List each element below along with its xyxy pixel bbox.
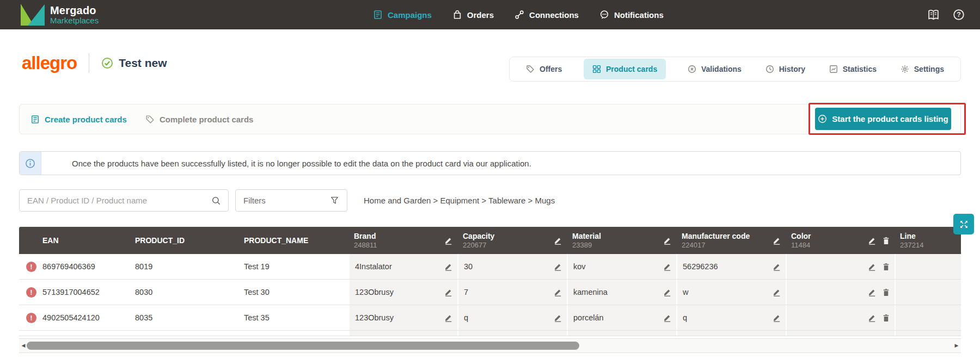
cell-value: 56296236	[683, 262, 718, 271]
nav-item-connections[interactable]: Connections	[514, 10, 579, 20]
edit-icon[interactable]	[663, 288, 672, 296]
edit-icon[interactable]	[444, 262, 453, 271]
header-attr-brand: Brand 248811	[348, 227, 457, 254]
cell-manufacturer-code: q	[676, 305, 786, 330]
horizontal-scrollbar[interactable]: ◀ ▶	[19, 338, 961, 353]
info-icon	[25, 158, 35, 169]
scroll-left-arrow-icon[interactable]: ◀	[20, 339, 27, 352]
attr-name: Brand	[354, 232, 377, 241]
mergado-logo-mark-icon	[21, 4, 45, 26]
edit-icon[interactable]	[663, 262, 672, 271]
edit-icon[interactable]	[868, 262, 877, 271]
trash-icon[interactable]	[882, 314, 890, 322]
edit-icon[interactable]	[773, 236, 781, 245]
tab-statistics[interactable]: Statistics	[827, 59, 879, 79]
table-row[interactable]: ! 4902505424120 8035 Test 35 123Obrusy q…	[19, 305, 961, 331]
edit-icon[interactable]	[554, 236, 562, 245]
complete-product-cards-link[interactable]: Complete product cards	[145, 115, 254, 124]
attr-label: Material 23389	[572, 232, 601, 250]
cell-value: 30	[464, 262, 473, 271]
search-box	[19, 189, 229, 212]
table-row[interactable]: ! 869769406369 8019 Test 19 4Instalator …	[19, 254, 961, 280]
tab-label: Validations	[701, 65, 742, 73]
tab-settings[interactable]: Settings	[898, 59, 946, 79]
chart-icon	[829, 65, 838, 73]
table-row-partial	[19, 331, 961, 336]
cell-ean: 4902505424120	[42, 305, 135, 330]
cell-product-name: Test 30	[244, 280, 348, 305]
tab-offers[interactable]: Offers	[524, 59, 564, 79]
tab-validations[interactable]: Validations	[685, 59, 744, 79]
campaign-tabs: Offers Product cards Validations History…	[509, 57, 961, 82]
header-attr-capacity: Capacity 220677	[457, 227, 567, 254]
edit-icon[interactable]	[554, 262, 562, 271]
edit-icon[interactable]	[663, 236, 672, 245]
cell-material: kov	[567, 254, 676, 279]
form-icon	[30, 115, 40, 124]
filters-dropdown[interactable]: Filters	[235, 189, 347, 212]
create-product-cards-label: Create product cards	[45, 115, 127, 124]
header-product-id: PRODUCT_ID	[135, 227, 244, 254]
edit-icon[interactable]	[773, 313, 781, 322]
app-screen: Mergado Marketplaces Campaigns Orders Co…	[0, 0, 980, 359]
info-banner-strip	[20, 152, 41, 175]
clock-icon	[765, 65, 774, 73]
grid-icon	[592, 65, 601, 73]
gear-icon	[901, 65, 909, 73]
orders-icon	[452, 10, 462, 20]
brand-subtitle: Marketplaces	[50, 16, 99, 25]
cell-value: kamenina	[573, 288, 608, 296]
edit-icon[interactable]	[444, 313, 453, 322]
search-input[interactable]	[20, 196, 211, 205]
edit-icon[interactable]	[663, 313, 672, 322]
edit-icon[interactable]	[554, 288, 562, 296]
edit-icon[interactable]	[444, 288, 453, 296]
error-status-icon[interactable]: !	[26, 262, 36, 272]
search-icon[interactable]	[211, 196, 221, 206]
expand-table-button[interactable]	[953, 214, 974, 234]
campaign-name: Test new	[119, 57, 167, 70]
edit-icon[interactable]	[773, 262, 781, 271]
tab-product-cards[interactable]: Product cards	[584, 59, 666, 79]
cell-value: w	[683, 288, 688, 296]
edit-icon[interactable]	[444, 236, 453, 245]
notifications-icon	[599, 10, 609, 20]
edit-icon[interactable]	[868, 313, 877, 322]
category-breadcrumb: Home and Garden > Equipment > Tableware …	[364, 189, 555, 212]
connections-icon	[514, 10, 524, 20]
horizontal-scrollbar-thumb[interactable]	[27, 342, 579, 350]
edit-icon[interactable]	[868, 236, 877, 245]
plus-circle-icon	[818, 114, 827, 123]
documentation-book-icon[interactable]	[927, 9, 940, 21]
complete-product-cards-label: Complete product cards	[160, 115, 254, 124]
create-product-cards-link[interactable]: Create product cards	[30, 115, 127, 124]
cell-capacity: q	[457, 305, 567, 330]
start-product-cards-listing-button[interactable]: Start the product cards listing	[815, 108, 951, 130]
edit-icon[interactable]	[773, 288, 781, 296]
cell-value: 123Obrusy	[355, 288, 394, 296]
scroll-right-arrow-icon[interactable]: ▶	[953, 339, 960, 352]
edit-icon[interactable]	[868, 288, 877, 296]
trash-icon[interactable]	[882, 263, 890, 271]
nav-item-campaigns[interactable]: Campaigns	[373, 10, 432, 20]
cell-product-id: 8035	[135, 305, 244, 330]
nav-item-notifications[interactable]: Notifications	[599, 10, 664, 20]
edit-icon[interactable]	[554, 313, 562, 322]
campaigns-icon	[373, 10, 383, 20]
nav-item-orders[interactable]: Orders	[452, 10, 494, 20]
tab-label: Settings	[914, 65, 944, 73]
cell-color	[786, 254, 895, 279]
trash-icon[interactable]	[882, 237, 890, 245]
error-status-icon[interactable]: !	[26, 287, 36, 298]
mergado-logo[interactable]: Mergado Marketplaces	[21, 4, 99, 26]
help-icon[interactable]	[953, 9, 965, 21]
cell-product-id: 8019	[135, 254, 244, 279]
error-status-icon[interactable]: !	[26, 313, 36, 323]
attr-label: Line 237214	[900, 232, 923, 250]
trash-icon[interactable]	[882, 288, 890, 296]
brand-title: Mergado	[50, 5, 99, 16]
tab-history[interactable]: History	[763, 59, 807, 79]
cell-line	[895, 305, 961, 330]
table-row[interactable]: ! 5713917004652 8030 Test 30 123Obrusy 7…	[19, 280, 961, 305]
allegro-logo: allegro	[22, 52, 77, 74]
